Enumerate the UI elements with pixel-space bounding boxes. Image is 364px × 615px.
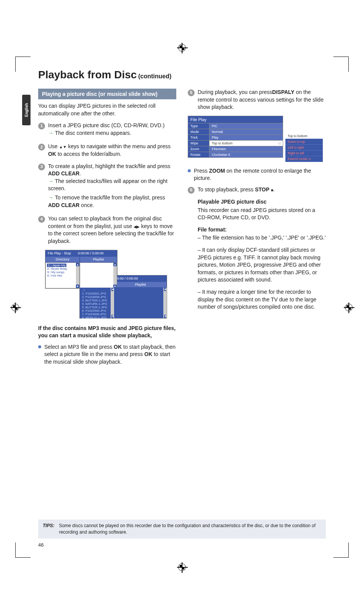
registration-mark-icon [11,304,19,311]
step-number-icon: 3 [38,163,45,170]
directory-list: 1□ Japan trip 2□ Bryan Bday 3□ My songs … [45,262,80,288]
crop-mark [333,542,349,558]
step-number-icon: 5 [188,89,195,96]
tips-label: TIPS: [43,523,55,536]
file-play-screenshot: File Play - Stop0:00:00 / 0:00:00 Direct… [45,250,176,319]
format-line-3: – It may require a longer time for the r… [198,288,326,311]
tips-body: Some discs cannot be played on this reco… [59,523,321,536]
section-heading: Playing a picture disc (or musical slide… [38,89,176,99]
crop-mark [15,542,31,558]
step-1: 1 Insert a JPEG picture disc (CD, CD-R/R… [38,122,176,138]
format-heading: File format: [198,226,326,234]
title-main: Playback from Disc [38,69,137,81]
step-5: 5 During playback, you can pressDISPALY … [188,89,326,111]
manual-page: English Playback from Disc (continued) P… [0,0,364,615]
bullet-zoom: Press ZOOM on the remote control to enla… [188,167,326,182]
page-number: 46 [38,542,43,548]
step-3: 3 To create a playlist, highlight the tr… [38,163,176,211]
left-column: Playing a picture disc (or musical slide… [38,89,176,369]
registration-mark-icon [345,304,353,311]
bullet-icon [188,169,191,172]
scroll-down-icon: ▼ [76,285,79,288]
step-1-text: Insert a JPEG picture disc (CD, CD-R/RW,… [48,122,164,128]
step-1-result: The disc content menu appears. [55,130,131,136]
step-number-icon: 2 [38,144,45,151]
page-title: Playback from Disc (continued) [38,69,326,81]
bullet-icon [38,345,41,348]
step-number-icon: 4 [38,216,45,223]
crop-mark [15,57,31,72]
step-number-icon: 6 [188,187,195,194]
step-2: 2 Use keys to navigate within the menu a… [38,143,176,158]
arrow-icon: → [48,130,53,136]
musical-heading: If the disc contains MP3 music and JPEG … [38,325,176,340]
tips-box: TIPS: Some discs cannot be played on thi… [38,520,326,539]
right-column: 5 During playback, you can pressDISPALY … [188,89,326,369]
arrow-icon: → [48,178,53,184]
registration-mark-icon [178,44,186,52]
step-4: 4 You can select to playback from the or… [38,215,176,245]
arrow-left-icon: ◁ [278,141,280,145]
file-list: ..\1. P1010001.JPG2. P1010008.JPG3. BUTT… [80,288,114,318]
language-tab: English [22,95,31,125]
up-down-icon [59,143,67,149]
title-continued: (continued) [138,73,171,79]
playable-heading: Playable JPEG picture disc [198,198,326,206]
step-number-icon: 1 [38,123,45,129]
scroll-up-icon: ▲ [76,263,79,266]
format-line-1: – The file extension has to be '.JPG,' '… [198,234,326,242]
crop-mark [333,57,349,72]
settings-screenshot: File Play TypePIC ModeNormal TrickPlay W… [188,116,326,162]
page-content: Playback from Disc (continued) Playing a… [38,69,326,369]
step-6: 6 To stop playback, press STOP . [188,186,326,194]
intro-text: You can display JPEG pictures in the sel… [38,102,176,117]
bullet-musical: Select an MP3 file and press OK to start… [38,343,176,366]
wipe-submenu: Top to bottom Down to top Left to right … [285,133,323,162]
left-right-icon [134,223,140,229]
playable-body: This recorder can read JPEG pictures sto… [198,207,326,222]
format-line-2: – It can only display DCF-standard still… [198,246,326,284]
arrow-icon: → [48,194,53,201]
registration-mark-icon [178,563,186,571]
